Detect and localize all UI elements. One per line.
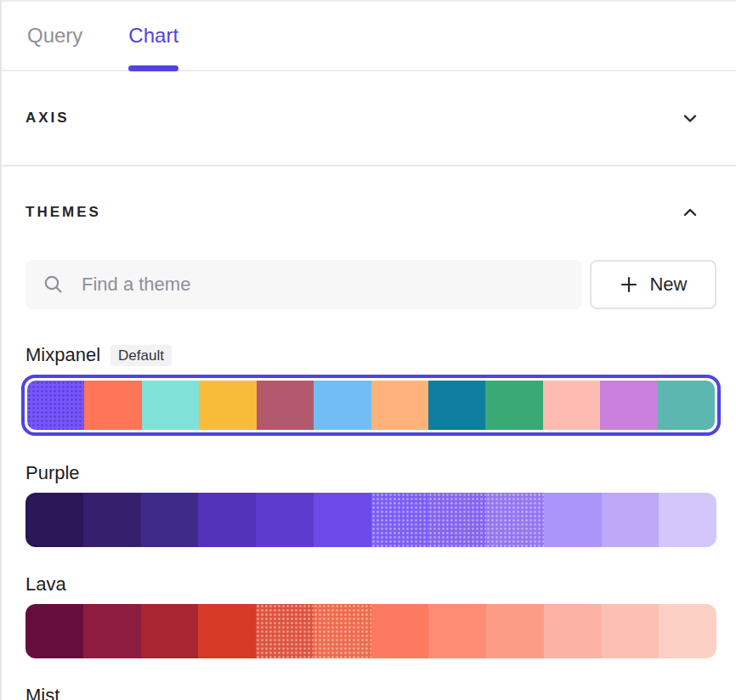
- tab-query-label: Query: [27, 24, 82, 48]
- color-swatch[interactable]: [198, 493, 256, 547]
- theme-name: Lava: [25, 573, 66, 596]
- color-swatch[interactable]: [371, 604, 429, 658]
- theme-search-input[interactable]: [25, 260, 582, 309]
- theme-list-item: Mixpanel Default: [25, 343, 716, 436]
- theme-name: Mixpanel: [25, 343, 100, 367]
- color-swatch[interactable]: [142, 381, 199, 430]
- color-swatch[interactable]: [544, 493, 602, 547]
- color-swatch[interactable]: [543, 381, 600, 430]
- theme-search-box: [25, 260, 582, 309]
- color-swatch[interactable]: [256, 493, 314, 547]
- theme-list-item: Mist: [25, 684, 716, 700]
- themes-section: THEMES New: [2, 167, 736, 700]
- theme-swatch-row[interactable]: [25, 604, 716, 658]
- tab-query[interactable]: Query: [27, 2, 82, 70]
- color-swatch[interactable]: [428, 604, 486, 658]
- theme-name: Purple: [25, 461, 80, 485]
- theme-label-row: Mist: [25, 684, 716, 700]
- theme-swatch-row[interactable]: [25, 493, 716, 547]
- color-swatch[interactable]: [486, 493, 544, 547]
- color-swatch[interactable]: [658, 381, 715, 430]
- theme-selection-ring: [25, 493, 716, 547]
- themes-section-title: THEMES: [25, 204, 101, 221]
- color-swatch[interactable]: [83, 604, 141, 658]
- themes-body: New Mixpanel Default Purple Lava: [2, 260, 736, 700]
- color-swatch[interactable]: [141, 493, 199, 547]
- color-swatch[interactable]: [600, 381, 657, 430]
- new-theme-button[interactable]: New: [590, 260, 716, 309]
- theme-label-row: Mixpanel Default: [25, 343, 716, 367]
- color-swatch[interactable]: [428, 493, 486, 547]
- axis-section-header[interactable]: AXIS: [2, 71, 736, 167]
- theme-selection-ring: [25, 604, 716, 658]
- color-swatch[interactable]: [199, 381, 256, 430]
- color-swatch[interactable]: [314, 604, 371, 658]
- color-swatch[interactable]: [485, 381, 542, 430]
- theme-default-badge: Default: [110, 345, 172, 366]
- color-swatch[interactable]: [25, 604, 83, 658]
- color-swatch[interactable]: [314, 381, 371, 430]
- color-swatch[interactable]: [314, 493, 371, 547]
- theme-list-item: Purple: [25, 461, 716, 547]
- color-swatch[interactable]: [602, 604, 660, 658]
- color-swatch[interactable]: [84, 381, 141, 430]
- color-swatch[interactable]: [141, 604, 199, 658]
- theme-list: Mixpanel Default Purple Lava Mist: [25, 343, 716, 700]
- active-tab-indicator: [128, 65, 178, 71]
- theme-name: Mist: [25, 684, 59, 700]
- color-swatch[interactable]: [371, 493, 429, 547]
- color-swatch[interactable]: [83, 493, 141, 547]
- tab-chart-label: Chart: [128, 24, 178, 48]
- chevron-up-icon[interactable]: [682, 204, 699, 221]
- color-swatch[interactable]: [256, 604, 314, 658]
- color-swatch[interactable]: [659, 493, 716, 547]
- theme-swatch-row[interactable]: [27, 381, 715, 430]
- color-swatch[interactable]: [257, 381, 314, 430]
- tab-bar: Query Chart: [2, 2, 736, 71]
- color-swatch[interactable]: [659, 604, 716, 658]
- chart-settings-panel: { "accent_color": "#4f44e0", "tabs": { "…: [0, 0, 736, 700]
- search-icon: [42, 274, 65, 296]
- color-swatch[interactable]: [602, 493, 660, 547]
- themes-section-header[interactable]: THEMES: [2, 167, 736, 221]
- new-theme-button-label: New: [649, 274, 687, 296]
- color-swatch[interactable]: [371, 381, 428, 430]
- color-swatch[interactable]: [25, 493, 83, 547]
- plus-icon: [619, 274, 639, 295]
- chevron-down-icon[interactable]: [682, 110, 699, 127]
- color-swatch[interactable]: [27, 381, 84, 430]
- color-swatch[interactable]: [428, 381, 485, 430]
- theme-label-row: Purple: [25, 461, 716, 485]
- color-swatch[interactable]: [486, 604, 544, 658]
- theme-search-row: New: [25, 260, 716, 309]
- color-swatch[interactable]: [198, 604, 256, 658]
- axis-section-title: AXIS: [25, 110, 70, 127]
- tab-chart[interactable]: Chart: [128, 2, 178, 70]
- theme-selection-ring: [21, 375, 721, 436]
- theme-list-item: Lava: [25, 573, 716, 658]
- theme-label-row: Lava: [25, 573, 716, 596]
- color-swatch[interactable]: [544, 604, 602, 658]
